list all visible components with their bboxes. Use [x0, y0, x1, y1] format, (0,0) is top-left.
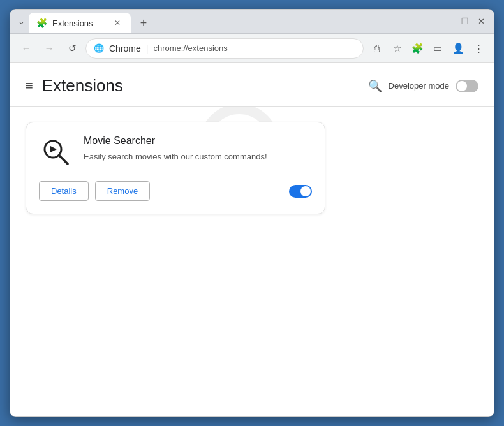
extension-description: Easily search movies with our custom com… [84, 151, 312, 163]
tab-strip: ⌄ 🧩 Extensions ✕ + [10, 10, 435, 33]
toggle-knob [300, 186, 311, 196]
svg-line-4 [59, 156, 68, 164]
sidebar-icon: ▭ [433, 43, 442, 54]
tab-title: Extensions [52, 18, 107, 28]
extensions-body: PC RISK.COM [10, 106, 494, 230]
extensions-header: ≡ Extensions 🔍 Developer mode [10, 63, 494, 106]
extensions-header-right: 🔍 Developer mode [368, 79, 478, 93]
close-button[interactable]: ✕ [475, 14, 487, 29]
site-name: Chrome [109, 43, 141, 54]
tab-extension-icon: 🧩 [36, 18, 47, 28]
profile-icon: 👤 [452, 43, 464, 54]
toolbar: ← → ↺ 🌐 Chrome | chrome://extensions ⎙ ☆… [10, 34, 494, 63]
profile-button[interactable]: 👤 [449, 40, 467, 57]
developer-mode-label: Developer mode [389, 81, 449, 91]
extensions-header-left: ≡ Extensions [26, 76, 123, 96]
developer-mode-toggle[interactable] [456, 80, 478, 92]
sidebar-button[interactable]: ▭ [429, 40, 447, 57]
address-bar[interactable]: 🌐 Chrome | chrome://extensions [85, 38, 364, 59]
details-button[interactable]: Details [39, 181, 89, 201]
extension-name: Movie Searcher [84, 135, 312, 147]
tab-list-chevron-icon[interactable]: ⌄ [18, 17, 25, 26]
browser-window: ⌄ 🧩 Extensions ✕ + — ❐ ✕ ← → ↺ 🌐 Chrome [10, 9, 494, 417]
remove-button[interactable]: Remove [95, 181, 150, 201]
menu-icon: ⋮ [474, 43, 484, 54]
menu-button[interactable]: ⋮ [470, 40, 487, 57]
svg-marker-3 [50, 146, 57, 152]
extension-toggle-area [289, 185, 312, 198]
forward-icon: → [45, 43, 54, 54]
maximize-button[interactable]: ❐ [459, 14, 471, 29]
movie-searcher-icon [40, 136, 71, 167]
card-top: Movie Searcher Easily search movies with… [39, 135, 312, 168]
puzzle-icon: 🧩 [411, 43, 424, 54]
extensions-button[interactable]: 🧩 [408, 40, 426, 57]
window-controls: — ❐ ✕ [435, 10, 494, 33]
tab-close-button[interactable]: ✕ [112, 17, 123, 29]
share-button[interactable]: ⎙ [367, 40, 385, 57]
toggle-knob [457, 81, 467, 91]
page-title: Extensions [42, 76, 123, 96]
bookmark-button[interactable]: ☆ [388, 40, 406, 57]
page-content: ≡ Extensions 🔍 Developer mode [10, 63, 494, 416]
share-icon: ⎙ [374, 43, 380, 54]
card-info: Movie Searcher Easily search movies with… [84, 135, 312, 163]
sidebar-menu-button[interactable]: ≡ [26, 78, 33, 93]
search-button[interactable]: 🔍 [368, 79, 382, 93]
address-url: chrome://extensions [153, 43, 227, 53]
site-security-icon: 🌐 [94, 43, 104, 54]
back-button[interactable]: ← [17, 39, 36, 58]
new-tab-button[interactable]: + [135, 14, 152, 32]
star-icon: ☆ [393, 43, 401, 54]
title-bar: ⌄ 🧩 Extensions ✕ + — ❐ ✕ [10, 10, 494, 34]
minimize-button[interactable]: — [441, 14, 455, 29]
address-separator: | [146, 43, 149, 54]
extension-enable-toggle[interactable] [289, 185, 312, 198]
extension-card: Movie Searcher Easily search movies with… [26, 122, 325, 214]
card-bottom: Details Remove [39, 181, 312, 201]
back-icon: ← [22, 43, 31, 54]
active-tab[interactable]: 🧩 Extensions ✕ [29, 13, 131, 33]
forward-button[interactable]: → [40, 39, 59, 58]
extension-icon [39, 135, 72, 168]
reload-button[interactable]: ↺ [63, 39, 82, 58]
toolbar-actions: ⎙ ☆ 🧩 ▭ 👤 ⋮ [367, 40, 487, 57]
reload-icon: ↺ [68, 43, 77, 54]
